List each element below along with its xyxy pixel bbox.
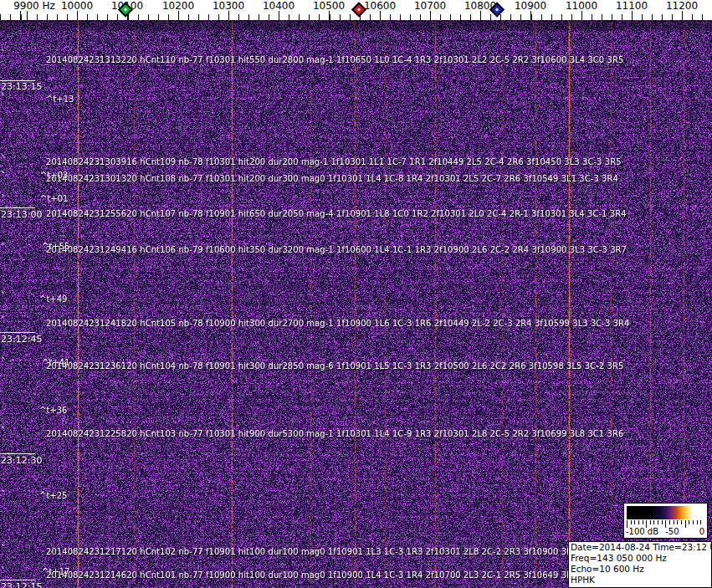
time-offset-marker: ^t+25	[39, 491, 67, 500]
time-offset-marker: ^t+41	[42, 358, 69, 367]
freq-tick-label: 11000	[566, 0, 597, 12]
edge-event-mark: `	[1, 429, 6, 434]
frequency-line: Freq=143 050 000 Hz	[571, 553, 709, 564]
time-axis-label: 23:12:15	[1, 581, 42, 588]
time-offset-marker: ^t+01	[40, 194, 68, 203]
freq-tick-label: 11200	[666, 0, 698, 12]
freq-tick-label: 10500	[313, 0, 345, 12]
time-tick-line	[0, 453, 35, 454]
status-info-box: Date=2014-08-24 Time=23:12 UTC Freq=143 …	[568, 541, 712, 588]
freq-tick-label: 11100	[616, 0, 648, 12]
db-scale-legend: -100 dB -50 0	[623, 503, 708, 539]
echo-log-line: 20140824231249416 hCnt106 nb-79 f10600 h…	[46, 245, 627, 254]
freq-tick-label: 10000	[61, 0, 93, 12]
edge-event-mark: `	[1, 157, 6, 162]
freq-tick-label: 10400	[263, 0, 295, 12]
echo-log-line: 20140824231301320 hCnt108 nb-77 f10301 h…	[46, 174, 618, 183]
time-offset-marker: ^t+17	[42, 567, 69, 576]
time-offset-marker: ^t+13	[46, 95, 74, 104]
time-axis-label: 23:13:15	[1, 81, 42, 92]
echo-log-line: 20140824231303916 hCnt109 nb-78 f10301 h…	[46, 157, 622, 166]
echo-log-line: 20140824231313220 hCnt110 nb-77 f10301 h…	[46, 55, 623, 64]
time-offset-marker: ^t+03	[40, 171, 68, 180]
echo-log-line: 20140824231236120 hCnt104 nb-78 f10901 h…	[46, 361, 623, 371]
echo-log-line: 20140824231217120 hCnt102 nb-77 f10901 h…	[46, 547, 599, 556]
time-axis-label: 23:13:00	[1, 209, 42, 220]
db-scale-labels: -100 dB -50 0	[624, 527, 707, 537]
edge-event-mark: `	[1, 319, 6, 324]
edge-event-mark: `	[1, 246, 6, 251]
freq-tick-label: 10300	[213, 0, 244, 12]
echo-log-line: 20140824231214620 hCnt101 nb-77 f10900 h…	[46, 570, 596, 580]
db-min-label: -100 dB	[626, 527, 658, 536]
time-tick-line	[0, 207, 35, 208]
db-max-label: 0	[699, 527, 704, 536]
freq-tick-label: 10900	[515, 0, 546, 12]
db-gradient-bar	[627, 506, 704, 519]
edge-event-mark: `	[1, 294, 6, 299]
echo-log-line: 20140824231255620 hCnt107 nb-78 f10901 h…	[46, 209, 627, 218]
db-mid-label: -50	[665, 527, 679, 536]
edge-event-mark: `	[1, 570, 6, 575]
freq-tick-label: 10200	[162, 0, 194, 12]
edge-event-mark: `	[1, 174, 6, 179]
edge-event-mark: `	[1, 96, 6, 101]
edge-event-mark: `	[1, 493, 6, 498]
freq-tick-label: 10700	[414, 0, 446, 12]
time-tick-line	[0, 580, 35, 580]
hphk-app-window: 9900 Hz 10000 10100 10200 10300 10400 10…	[0, 0, 712, 588]
edge-event-mark: `	[1, 52, 6, 57]
frequency-ruler: 9900 Hz 10000 10100 10200 10300 10400 10…	[0, 0, 712, 20]
time-offset-marker: ^t+55	[42, 242, 69, 251]
echo-frequency-line: Echo=10 600 Hz	[571, 564, 709, 575]
echo-log-line: 20140824231241820 hCnt105 nb-78 f10900 h…	[46, 319, 629, 328]
station-id-line: HPHK	[571, 575, 709, 585]
freq-tick-label: 10600	[364, 0, 396, 12]
edge-event-mark: `	[1, 197, 6, 202]
time-tick-line	[0, 332, 35, 333]
edge-event-mark: `	[1, 547, 6, 552]
time-offset-marker: ^t+49	[39, 294, 67, 304]
spectrogram-canvas	[0, 20, 712, 588]
time-offset-marker: ^t+36	[39, 406, 67, 415]
time-axis-label: 23:12:45	[1, 334, 42, 345]
date-time-line: Date=2014-08-24 Time=23:12 UTC	[571, 542, 709, 553]
freq-tick-label: 9900 Hz	[13, 0, 55, 12]
time-axis-label: 23:12:30	[1, 455, 42, 466]
echo-log-line: 20140824231225820 hCnt103 nb-77 f10301 h…	[46, 429, 623, 438]
edge-event-mark: `	[1, 360, 6, 365]
